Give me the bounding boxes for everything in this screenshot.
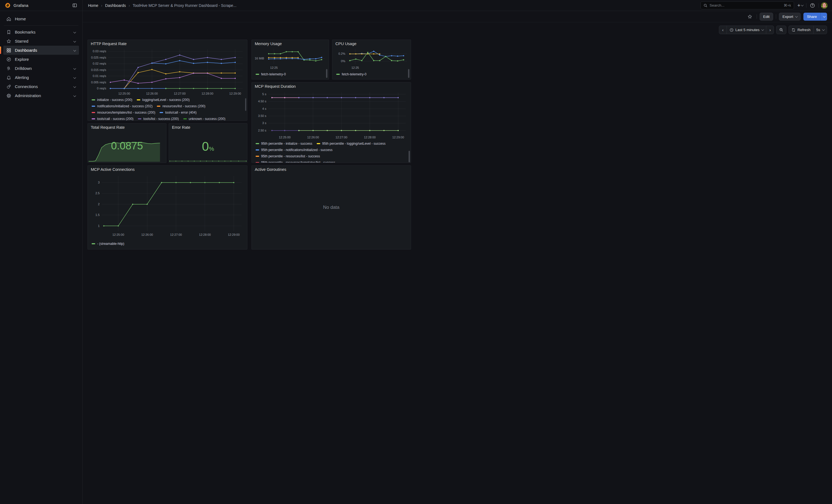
- chevron-down-icon[interactable]: [74, 95, 76, 97]
- svg-text:2.5: 2.5: [96, 191, 100, 195]
- svg-text:0.01 req/s: 0.01 req/s: [93, 74, 106, 78]
- sidebar-item-alerting[interactable]: Alerting: [3, 73, 79, 82]
- breadcrumb: Home › Dashboards › ToolHive MCP Server …: [82, 3, 416, 8]
- sidebar-item-home[interactable]: Home: [3, 14, 79, 23]
- top-nav: Grafana Home › Dashboards › ToolHive MCP…: [0, 0, 416, 11]
- legend-item[interactable]: unknown - success (200): [183, 117, 225, 121]
- no-data-message: No data: [252, 205, 411, 210]
- legend-swatch: [92, 118, 95, 120]
- svg-text:1.5: 1.5: [96, 213, 100, 216]
- panel-title[interactable]: MCP Active Connections: [91, 167, 134, 172]
- chevron-down-icon[interactable]: [74, 67, 76, 70]
- sidebar-item-drilldown[interactable]: Drilldown: [3, 64, 79, 73]
- legend-scrollbar[interactable]: [408, 69, 409, 78]
- mcp-active-connections-legend: - (streamable-http): [92, 242, 242, 249]
- mcp-request-duration-legend: 95th percentile - initialize - success95…: [256, 142, 406, 163]
- chevron-down-icon[interactable]: [74, 85, 76, 88]
- breadcrumb-dashboards[interactable]: Dashboards: [105, 3, 126, 8]
- svg-text:0%: 0%: [341, 59, 345, 63]
- compass-icon: [6, 57, 11, 62]
- panel-title[interactable]: MCP Request Duration: [255, 84, 296, 88]
- chevron-down-icon[interactable]: [74, 76, 76, 79]
- svg-text:3: 3: [98, 181, 100, 184]
- panel-title[interactable]: HTTP Request Rate: [91, 42, 127, 46]
- legend-item[interactable]: 95th percentile - initialize - success: [256, 142, 312, 145]
- legend-item[interactable]: initialize - success (200): [92, 98, 132, 102]
- svg-text:12:27:00: 12:27:00: [336, 136, 347, 139]
- legend-item[interactable]: 95th percentile - notifications/initiali…: [256, 148, 332, 152]
- legend-item[interactable]: logging/setLevel - success (200): [137, 98, 189, 102]
- chevron-down-icon[interactable]: [74, 40, 76, 43]
- cpu-usage-chart[interactable]: 12:250.2%0%: [334, 47, 409, 71]
- legend-swatch: [256, 162, 259, 163]
- total-request-rate-value: 0.0875: [88, 140, 166, 152]
- star-icon: [6, 39, 11, 44]
- svg-text:0.02 req/s: 0.02 req/s: [93, 62, 106, 65]
- panel-title[interactable]: Total Request Rate: [91, 125, 125, 130]
- legend-swatch: [92, 112, 95, 113]
- legend-item[interactable]: notifications/initialized - success (202…: [92, 104, 152, 108]
- legend-item[interactable]: resources/list - success (200): [157, 104, 205, 108]
- svg-text:12:26:00: 12:26:00: [146, 92, 158, 95]
- legend-item[interactable]: 95th percentile - logging/setLevel - suc…: [317, 142, 386, 145]
- panel-title[interactable]: CPU Usage: [335, 42, 357, 46]
- legend-item[interactable]: 95th percentile - resources/templates/li…: [256, 161, 335, 163]
- svg-text:4 s: 4 s: [262, 107, 266, 110]
- svg-text:0.015 req/s: 0.015 req/s: [91, 68, 106, 72]
- memory-usage-chart[interactable]: 12:2516 MiB: [253, 47, 327, 71]
- breadcrumb-home[interactable]: Home: [88, 3, 98, 8]
- grafana-logo[interactable]: [4, 2, 11, 8]
- gear-icon: [6, 93, 11, 98]
- breadcrumb-current: ToolHive MCP Server & Proxy Runner Dashb…: [133, 3, 236, 8]
- legend-item[interactable]: - (streamable-http): [92, 242, 124, 246]
- legend-swatch: [92, 99, 95, 100]
- svg-text:12:25:00: 12:25:00: [279, 136, 290, 139]
- panel-title[interactable]: Error Rate: [172, 125, 190, 130]
- mcp-request-duration-chart[interactable]: 12:25:0012:26:0012:27:0012:28:0012:29:00…: [254, 90, 409, 141]
- svg-text:12:27:00: 12:27:00: [170, 233, 182, 236]
- mcp-active-connections-chart[interactable]: 12:25:0012:26:0012:27:0012:28:0012:29:00…: [90, 173, 245, 240]
- svg-text:12:28:00: 12:28:00: [199, 233, 211, 236]
- panel-memory-usage: Memory Usage 12:2516 MiB fetch-telemetry…: [252, 39, 329, 80]
- panel-title[interactable]: Active Goroutines: [255, 167, 286, 172]
- brand-name[interactable]: Grafana: [14, 3, 28, 8]
- svg-text:12:25: 12:25: [270, 66, 278, 69]
- bell-icon: [6, 75, 11, 80]
- svg-text:12:26:00: 12:26:00: [307, 136, 319, 139]
- panel-mcp-active-connections: MCP Active Connections 12:25:0012:26:001…: [87, 165, 248, 249]
- legend-item[interactable]: fetch-telemetry-0: [256, 73, 286, 76]
- legend-item[interactable]: resources/templates/list - success (200): [92, 111, 155, 114]
- http-request-rate-chart[interactable]: 12:25:0012:26:0012:27:0012:28:0012:29:00…: [90, 47, 245, 97]
- legend-item[interactable]: tools/list - success (200): [138, 117, 179, 121]
- panel-title[interactable]: Memory Usage: [255, 42, 282, 46]
- legend-item[interactable]: fetch-telemetry-0: [336, 73, 366, 76]
- sidebar-item-bookmarks[interactable]: Bookmarks: [3, 27, 79, 36]
- legend-scrollbar[interactable]: [326, 69, 328, 78]
- dashboard-toolbar: Edit Export Share: [82, 11, 416, 22]
- sidebar-item-dashboards[interactable]: Dashboards: [3, 46, 79, 55]
- legend-swatch: [256, 74, 259, 75]
- sidebar-item-starred[interactable]: Starred: [3, 36, 79, 46]
- chevron-down-icon[interactable]: [74, 49, 76, 52]
- sidebar-item-administration[interactable]: Administration: [3, 91, 79, 100]
- svg-text:1: 1: [98, 224, 100, 228]
- legend-item[interactable]: 95th percentile - resources/list - succe…: [256, 154, 320, 158]
- http-request-rate-legend: initialize - success (200)logging/setLev…: [92, 98, 242, 121]
- legend-item[interactable]: tools/call - error (404): [160, 111, 197, 114]
- chevron-down-icon[interactable]: [74, 31, 76, 33]
- svg-text:12:25:00: 12:25:00: [118, 92, 130, 95]
- panel-http-request-rate: HTTP Request Rate 12:25:0012:26:0012:27:…: [87, 39, 248, 121]
- legend-swatch: [256, 143, 259, 144]
- sidebar-item-connections[interactable]: Connections: [3, 82, 79, 91]
- connections-icon: [6, 84, 11, 89]
- sidebar-item-explore[interactable]: Explore: [3, 55, 79, 64]
- sidebar-toggle-icon[interactable]: [71, 2, 78, 9]
- sidebar-nav: Home Bookmarks Starred Dashboards Explor…: [0, 11, 82, 252]
- home-icon: [6, 17, 11, 22]
- svg-text:12:25: 12:25: [352, 66, 359, 69]
- legend-scrollbar[interactable]: [245, 98, 246, 111]
- legend-scrollbar[interactable]: [409, 151, 410, 162]
- legend-item[interactable]: tools/call - success (200): [92, 117, 133, 121]
- svg-text:12:28:00: 12:28:00: [364, 136, 376, 139]
- svg-text:4.50 s: 4.50 s: [258, 100, 266, 103]
